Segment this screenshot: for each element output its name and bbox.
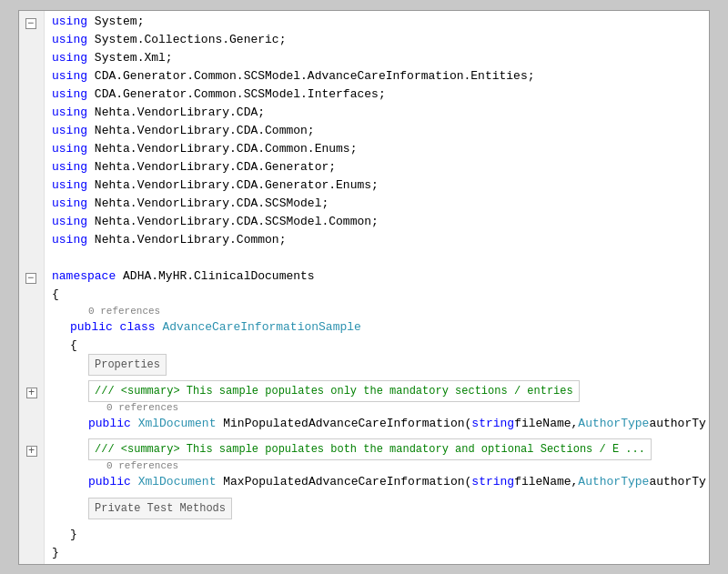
kw-namespace: namespace [52, 267, 116, 286]
using-line-7: using Nehta.VendorLibrary.CDA.Common; [52, 122, 709, 140]
brace-close-class-text: } [70, 526, 77, 544]
method2-params: fileName, [514, 473, 578, 491]
brace-close-namespace: } [52, 544, 709, 562]
using-line-10: using Nehta.VendorLibrary.CDA.Generator.… [52, 176, 709, 195]
using-text-4: CDA.Generator.Common.SCSModel.AdvanceCar… [95, 67, 535, 86]
method2-param-type: AuthorType [578, 473, 649, 491]
brace-open-class: { [52, 337, 709, 355]
method2-refs-line: 0 references [52, 458, 709, 473]
method1-params-open: ( [465, 415, 472, 433]
code-area: − − [19, 11, 709, 564]
summary1-box[interactable]: /// <summary> This sample populates only… [88, 380, 580, 402]
using-text-12: Nehta.VendorLibrary.CDA.SCSModel.Common; [95, 213, 379, 231]
method2-name: MaxPopulatedAdvanceCareInformation [223, 473, 464, 491]
using-text-2: System.Collections.Generic; [95, 31, 287, 49]
using-line-13: using Nehta.VendorLibrary.Common; [52, 231, 709, 249]
kw-public-2: public [88, 473, 131, 491]
method2-params-open: ( [465, 473, 472, 491]
using-line-3: using System.Xml; [52, 49, 709, 67]
private-region-line: Private Test Methods [52, 498, 709, 519]
brace-open-ns-text: { [52, 286, 59, 304]
editor-window: − − [18, 10, 710, 565]
class-name: AdvanceCareInformationSample [162, 318, 360, 337]
using-line-8: using Nehta.VendorLibrary.CDA.Common.Enu… [52, 140, 709, 158]
kw-using-9: using [52, 158, 87, 176]
using-text-11: Nehta.VendorLibrary.CDA.SCSModel; [95, 195, 329, 213]
kw-using-13: using [52, 231, 87, 249]
kw-using-2: using [52, 31, 87, 49]
method2-signature-line: public XmlDocument MaxPopulatedAdvanceCa… [52, 473, 709, 491]
kw-public-class: public class [70, 318, 156, 337]
namespace-name: ADHA.MyHR.ClinicalDocuments [123, 267, 315, 286]
method2-param-kw: string [471, 473, 514, 491]
expand-method2-icon[interactable]: + [26, 446, 37, 457]
method1-name: MinPopulatedAdvanceCareInformation [223, 415, 464, 433]
using-line-1: using System; [52, 13, 709, 31]
method1-param-kw: string [471, 415, 514, 433]
brace-open-namespace: { [52, 286, 709, 304]
collapse-using-icon[interactable]: − [25, 18, 36, 29]
using-line-11: using Nehta.VendorLibrary.CDA.SCSModel; [52, 195, 709, 213]
using-line-6: using Nehta.VendorLibrary.CDA; [52, 104, 709, 122]
method2-refs-text: 0 references [106, 458, 178, 473]
kw-using-10: using [52, 176, 87, 195]
using-line-4: using CDA.Generator.Common.SCSModel.Adva… [52, 67, 709, 86]
collapse-namespace-icon[interactable]: − [25, 273, 36, 284]
properties-region-box[interactable]: Properties [88, 354, 167, 376]
using-text-7: Nehta.VendorLibrary.CDA.Common; [95, 122, 315, 140]
using-line-9: using Nehta.VendorLibrary.CDA.Generator; [52, 158, 709, 176]
properties-region-line: Properties [52, 355, 709, 375]
kw-using-8: using [52, 140, 87, 158]
brace-open-class-text: { [70, 337, 77, 355]
using-text-10: Nehta.VendorLibrary.CDA.Generator.Enums; [95, 176, 379, 195]
kw-using-5: using [52, 86, 87, 104]
method1-param-type: AuthorType [578, 415, 649, 433]
using-text-13: Nehta.VendorLibrary.Common; [95, 231, 287, 249]
kw-using-7: using [52, 122, 87, 140]
kw-using-6: using [52, 104, 87, 122]
method1-refs-text: 0 references [106, 400, 178, 415]
summary1-region-line: /// <summary> This sample populates only… [52, 382, 709, 400]
code-content: using System; using System.Collections.G… [45, 11, 709, 564]
brace-close-ns-text: } [52, 544, 59, 562]
gutter: − − [19, 11, 45, 564]
kw-public-1: public [88, 415, 131, 433]
kw-using-4: using [52, 67, 87, 86]
method1-signature-line: public XmlDocument MinPopulatedAdvanceCa… [52, 415, 709, 433]
method1-refs-line: 0 references [52, 400, 709, 415]
using-line-12: using Nehta.VendorLibrary.CDA.SCSModel.C… [52, 213, 709, 231]
kw-using-3: using [52, 49, 87, 67]
using-text-6: Nehta.VendorLibrary.CDA; [95, 104, 265, 122]
blank-line-1 [52, 249, 709, 267]
method1-param-name: authorTy [649, 415, 705, 433]
using-text-8: Nehta.VendorLibrary.CDA.Common.Enums; [95, 140, 358, 158]
private-region-box[interactable]: Private Test Methods [88, 498, 232, 519]
using-text-9: Nehta.VendorLibrary.CDA.Generator; [95, 158, 336, 176]
method1-return-type: XmlDocument [138, 415, 217, 433]
namespace-line: namespace ADHA.MyHR.ClinicalDocuments [52, 267, 709, 286]
summary2-box[interactable]: /// <summary> This sample populates both… [88, 438, 652, 460]
using-line-2: using System.Collections.Generic; [52, 31, 709, 49]
summary2-region-line: /// <summary> This sample populates both… [52, 440, 709, 458]
spacer-4 [52, 519, 709, 526]
method1-params: fileName, [514, 415, 578, 433]
using-text-1: System; [95, 13, 145, 31]
method2-return-type: XmlDocument [138, 473, 217, 491]
using-line-5: using CDA.Generator.Common.SCSModel.Inte… [52, 86, 709, 104]
class-refs-text: 0 references [88, 304, 160, 318]
using-text-5: CDA.Generator.Common.SCSModel.Interfaces… [95, 86, 386, 104]
kw-using-11: using [52, 195, 87, 213]
using-text-3: System.Xml; [95, 49, 173, 67]
method2-param-name: authorTy [649, 473, 705, 491]
kw-using-1: using [52, 13, 87, 31]
class-refs-line: 0 references [52, 304, 709, 318]
class-declaration-line: public class AdvanceCareInformationSampl… [52, 318, 709, 337]
expand-method1-icon[interactable]: + [26, 388, 37, 398]
brace-close-class: } [52, 526, 709, 544]
kw-using-12: using [52, 213, 87, 231]
